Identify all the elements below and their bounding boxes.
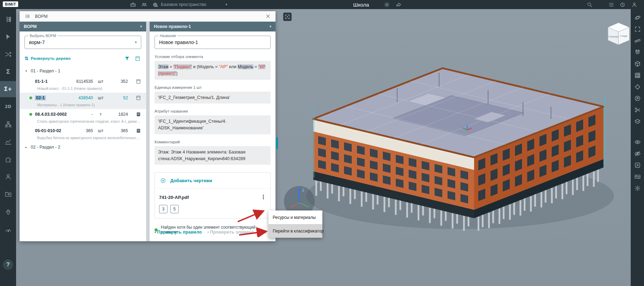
menu-list-icon[interactable]	[606, 0, 616, 9]
row-drawing-icon[interactable]	[128, 112, 141, 117]
vorm-select-label: Выбрать ВОРМ	[28, 34, 58, 38]
page-chip-2[interactable]: 5	[170, 205, 179, 213]
dashboard-icon[interactable]	[0, 221, 16, 237]
section-icon[interactable]	[631, 104, 644, 116]
shared-projects-icon[interactable]	[0, 186, 16, 202]
expand-tree-button[interactable]: ⇅ Развернуть дерево	[24, 56, 71, 61]
eye-icon[interactable]	[631, 136, 644, 148]
chevron-down-icon: ▾	[135, 41, 137, 44]
panel-strip: ВОРМ	[20, 11, 276, 22]
users-icon[interactable]	[0, 169, 16, 185]
view-cube-face-left[interactable]: Спереди	[608, 35, 618, 38]
panel-resize-handle[interactable]	[276, 137, 278, 149]
unit-value[interactable]: 'IFC_2_Геометрия_Стены/1. Длина'	[155, 92, 271, 104]
settings-icon[interactable]	[382, 0, 392, 9]
measure-icon[interactable]	[631, 35, 644, 47]
tree-group-1[interactable]: ▾ 01 - Раздел - 1	[24, 66, 141, 76]
status-dot-green	[29, 96, 32, 99]
chevron-down-icon: ▾	[140, 25, 142, 28]
drawings-card: Добавить чертежи 741-20-AP.pdf ⋮ 3 5	[155, 172, 271, 219]
view-cube[interactable]: Спереди Сзади	[603, 20, 634, 47]
eye-off-icon[interactable]	[260, 228, 268, 236]
grid-icon[interactable]	[631, 70, 644, 81]
settings-2-icon[interactable]	[631, 183, 644, 194]
drawings-view-icon[interactable]	[134, 55, 141, 62]
right-toolbar	[631, 9, 644, 286]
tree-row[interactable]: 08.4.03.02-0002 - т 1824 Сталь арматурна…	[24, 109, 141, 126]
drawing-menu-icon[interactable]: ⋮	[259, 193, 267, 201]
plan-icon[interactable]	[631, 93, 644, 104]
select-tool-icon[interactable]	[0, 29, 16, 45]
tree-panel-header[interactable]: ВОРМ ▾	[20, 22, 146, 31]
check-rule-button[interactable]: Проверить правило	[155, 230, 202, 235]
building-model[interactable]	[292, 14, 628, 231]
structure-icon[interactable]	[0, 11, 16, 27]
user-location-icon[interactable]	[0, 203, 16, 220]
menu-item-resources[interactable]: Ресурсы и материалы	[269, 210, 322, 224]
layers-icon[interactable]	[631, 116, 644, 127]
comment-value[interactable]: Этаж: Этаж 4 Название элемента: Базовая …	[155, 146, 271, 165]
focus-icon[interactable]	[631, 81, 644, 93]
add-drawings-button[interactable]: Добавить чертежи	[155, 173, 270, 188]
workspace-select[interactable]: Базовое пространство ▾	[161, 0, 227, 9]
isolate-icon[interactable]	[631, 159, 644, 171]
rule-name-input[interactable]: Название Новое правило-1	[155, 36, 271, 49]
view-cube-face-right[interactable]: Сзади	[620, 34, 628, 37]
model-cube-icon[interactable]	[631, 58, 644, 70]
project-title: Школа	[353, 0, 369, 9]
workspace-select-value: Базовое пространство	[161, 2, 206, 7]
estimates-icon[interactable]: Σ	[0, 64, 16, 80]
tree-panel: ВОРМ ▾ Выбрать ВОРМ ворм-7 ▾ ⇅ Развернут…	[20, 22, 146, 241]
plus-icon	[159, 177, 167, 184]
tree-row[interactable]: 05-01-010-02 365 шт 365 Вырубка бетона и…	[24, 126, 141, 142]
tree-row-selected[interactable]: 02-1 438540 шт 52 Материалы - 1 (Новое п…	[20, 93, 146, 109]
vorm-select-value: ворм-7	[29, 40, 45, 45]
row-drawing-icon[interactable]	[128, 128, 141, 134]
attribute-value[interactable]: 'IFC_1_Идентификация_Стены/4. ADSK_Наиме…	[155, 115, 271, 134]
app-logo[interactable]: BiMiT	[3, 1, 18, 7]
history-icon[interactable]	[617, 0, 627, 9]
filter-icon[interactable]	[123, 55, 131, 62]
rule-panel-header[interactable]: Новое правило-1 ▾	[150, 22, 276, 31]
tree-row[interactable]: 01-1-1 6114535 шт 352 Новый класс - 01-1…	[24, 76, 141, 93]
vorm-panel: ВОРМ ВОРМ ▾ Выбрать ВОРМ ворм-7 ▾ ⇅ Разв…	[20, 11, 276, 241]
plugins-icon[interactable]	[0, 151, 16, 167]
vorm-select[interactable]: Выбрать ВОРМ ворм-7 ▾	[24, 36, 141, 49]
comment-label: Комментарий	[155, 140, 271, 144]
top-bar: BiMiT Базовое пространство ▾ Школа	[0, 0, 644, 9]
classifier-icon[interactable]	[0, 116, 16, 132]
panel-menu-icon[interactable]	[23, 12, 31, 21]
estimates-plus-icon[interactable]: Σ+	[0, 81, 16, 97]
profile-icon[interactable]	[629, 0, 639, 9]
sort-icon: ⇅	[24, 56, 29, 61]
axis-z-label: Z	[302, 188, 305, 192]
drawing-file-name[interactable]: 741-20-AP.pdf	[159, 195, 259, 200]
search-icon[interactable]	[585, 0, 594, 9]
condition-box[interactable]: Этаж = "Подвал" и (Модель = "АР" или Мод…	[155, 61, 271, 80]
viewport-focus-icon[interactable]	[283, 13, 292, 21]
charts-icon[interactable]	[0, 134, 16, 150]
chevron-right-icon: ▸	[24, 146, 28, 149]
team-icon[interactable]	[139, 0, 149, 9]
context-menu: Ресурсы и материалы Перейти в классифика…	[269, 210, 322, 238]
workspace-icon[interactable]	[150, 0, 160, 9]
tree-group-2[interactable]: ▸ 02 - Раздел - 2	[24, 142, 141, 152]
eye-off-icon[interactable]	[631, 148, 644, 159]
relations-icon[interactable]	[0, 46, 16, 62]
close-icon[interactable]	[264, 12, 272, 21]
check-element-button[interactable]: Проверить элемент	[207, 230, 254, 235]
chevron-down-icon: ▾	[24, 70, 28, 73]
toolbox-icon[interactable]	[128, 0, 138, 9]
menu-item-classifier[interactable]: Перейти в классификатор	[269, 224, 322, 238]
magnet-icon[interactable]	[631, 47, 644, 58]
page-chip-1[interactable]: 3	[159, 205, 167, 213]
wall-icon[interactable]	[631, 171, 644, 183]
share-icon[interactable]	[394, 0, 403, 9]
fullscreen-icon[interactable]	[631, 23, 644, 35]
orbit-icon[interactable]	[631, 12, 644, 23]
tree-panel-header-label: ВОРМ	[24, 24, 37, 29]
help-icon[interactable]: ?	[3, 259, 13, 270]
row-drawing-icon[interactable]	[128, 79, 141, 84]
view-2d-icon[interactable]: 2D	[0, 99, 16, 115]
row-drawing-icon[interactable]	[128, 95, 141, 101]
